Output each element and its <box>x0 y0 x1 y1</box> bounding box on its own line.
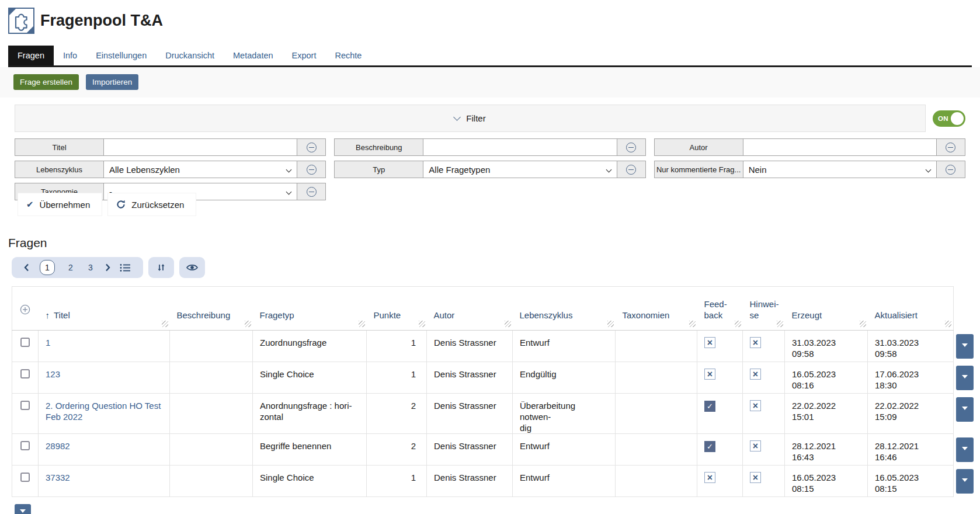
remove-filter-button[interactable] <box>937 161 965 178</box>
import-button[interactable]: Importieren <box>86 74 138 90</box>
chevron-down-icon <box>453 113 461 121</box>
tab-druckansicht[interactable]: Druckansicht <box>156 46 224 65</box>
column-resize-handle[interactable] <box>419 321 425 327</box>
hints-status-icon <box>750 440 761 452</box>
tab-info[interactable]: Info <box>54 46 86 65</box>
tab-einstellungen[interactable]: Einstellungen <box>86 46 156 65</box>
table-row: 1 Zuordnungsfrage 1 Denis Strassner Entw… <box>12 331 971 362</box>
beschreibung-filter-input[interactable] <box>423 138 617 156</box>
column-header-punkte[interactable]: Punkte <box>367 287 427 331</box>
cell-lebenszyklus: Entwurf <box>513 434 616 466</box>
column-header-fragetyp[interactable]: Fragetyp <box>253 287 367 331</box>
column-header-lebenszyklus[interactable]: Lebenszyklus <box>513 287 616 331</box>
row-checkbox[interactable] <box>20 441 30 450</box>
column-resize-handle[interactable] <box>735 321 741 327</box>
tab-export[interactable]: Export <box>283 46 326 65</box>
table-header-row: Titel Beschreibung Fragetyp Punkte Autor… <box>12 287 971 331</box>
question-link[interactable]: 37332 <box>46 473 70 482</box>
cell-taxonomien <box>616 331 697 362</box>
create-question-button[interactable]: Frage erstellen <box>13 74 79 90</box>
cell-aktualisiert: 28.12.2021 16:46 <box>868 434 954 466</box>
titel-filter-input[interactable] <box>104 138 297 156</box>
hints-status-icon <box>750 472 761 483</box>
tab-metadaten[interactable]: Metadaten <box>224 46 283 65</box>
caret-down-icon <box>962 375 968 381</box>
cell-punkte: 2 <box>367 394 427 434</box>
cell-fragetyp: Anordnungsfrage : hori- zontal <box>253 394 367 434</box>
feedback-status-icon <box>704 441 715 452</box>
bulk-actions-dropdown[interactable] <box>15 504 31 514</box>
question-link[interactable]: 2. Ordering Question HO Test Feb 2022 <box>46 401 161 422</box>
visibility-button[interactable] <box>179 257 205 278</box>
column-resize-handle[interactable] <box>689 321 696 327</box>
row-actions-dropdown[interactable] <box>956 397 974 422</box>
page-button-2[interactable]: 2 <box>61 261 81 275</box>
chevron-left-icon[interactable] <box>19 263 34 272</box>
typ-filter-select[interactable]: Alle Fragetypen <box>423 161 617 178</box>
row-checkbox[interactable] <box>20 338 30 347</box>
column-resize-handle[interactable] <box>359 321 365 327</box>
column-header-beschreibung[interactable]: Beschreibung <box>170 287 253 331</box>
column-header-hinweise[interactable]: Hinwei- se <box>743 287 785 331</box>
plus-circle-icon[interactable] <box>20 304 30 315</box>
question-link[interactable]: 1 <box>46 338 50 348</box>
filter-collapse-header[interactable]: Filter <box>15 105 926 132</box>
cell-erzeugt: 28.12.2021 16:43 <box>785 434 868 466</box>
row-checkbox[interactable] <box>20 369 30 378</box>
filter-field-label: Lebenszyklus <box>15 161 104 178</box>
kommentierte-filter-select[interactable]: Nein <box>743 161 937 178</box>
column-resize-handle[interactable] <box>607 321 614 327</box>
column-header-aktualisiert[interactable]: Aktualisiert <box>868 287 954 331</box>
hints-status-icon <box>750 400 761 411</box>
column-resize-handle[interactable] <box>162 321 168 327</box>
arrow-up-icon <box>46 310 50 320</box>
remove-filter-button[interactable] <box>937 138 965 156</box>
column-resize-handle[interactable] <box>505 321 511 327</box>
table-row: 2. Ordering Question HO Test Feb 2022 An… <box>12 394 971 434</box>
remove-filter-button[interactable] <box>617 138 646 156</box>
apply-filter-button[interactable]: ✔ Übernehmen <box>18 193 102 216</box>
sort-order-button[interactable] <box>148 257 174 278</box>
column-header-titel[interactable]: Titel <box>39 287 170 331</box>
lebenszyklus-filter-select[interactable]: Alle Lebenszyklen <box>104 161 297 178</box>
list-icon[interactable] <box>115 263 135 272</box>
column-resize-handle[interactable] <box>945 321 951 327</box>
tab-fragen[interactable]: Fragen <box>8 46 54 65</box>
remove-filter-button[interactable] <box>617 161 646 178</box>
column-header-feedback[interactable]: Feed- back <box>697 287 743 331</box>
page-button-3[interactable]: 3 <box>81 261 100 275</box>
row-checkbox[interactable] <box>20 401 30 410</box>
row-actions-dropdown[interactable] <box>956 469 974 494</box>
column-header-taxonomien[interactable]: Taxonomien <box>616 287 697 331</box>
cell-beschreibung <box>170 331 253 362</box>
row-actions-dropdown[interactable] <box>956 366 974 390</box>
reset-filter-button[interactable]: Zurücksetzen <box>107 193 196 216</box>
page-button-1[interactable]: 1 <box>40 260 55 275</box>
remove-filter-button[interactable] <box>297 161 326 178</box>
reset-label: Zurücksetzen <box>131 200 184 210</box>
column-header-autor[interactable]: Autor <box>427 287 513 331</box>
minus-circle-icon <box>626 165 636 175</box>
select-value: Alle Fragetypen <box>429 165 490 175</box>
select-value: Alle Lebenszyklen <box>109 165 180 175</box>
chevron-down-icon <box>286 167 292 173</box>
remove-filter-button[interactable] <box>297 138 326 156</box>
column-header-erzeugt[interactable]: Erzeugt <box>785 287 868 331</box>
cell-erzeugt: 22.02.2022 15:01 <box>785 394 868 434</box>
column-resize-handle[interactable] <box>860 321 866 327</box>
question-link[interactable]: 123 <box>46 369 60 379</box>
filter-field-label: Beschreibung <box>334 138 423 156</box>
row-actions-dropdown[interactable] <box>956 437 974 462</box>
row-checkbox[interactable] <box>20 473 30 482</box>
row-actions-dropdown[interactable] <box>956 334 974 359</box>
filter-on-toggle[interactable]: ON <box>933 110 965 127</box>
column-resize-handle[interactable] <box>245 321 251 327</box>
chevron-right-icon[interactable] <box>100 263 115 272</box>
column-resize-handle[interactable] <box>777 321 783 327</box>
page-header: Fragenpool T&A <box>0 0 980 34</box>
minus-circle-icon <box>307 143 317 152</box>
cell-punkte: 1 <box>367 362 427 394</box>
autor-filter-input[interactable] <box>743 138 937 156</box>
question-link[interactable]: 28982 <box>46 441 70 451</box>
tab-rechte[interactable]: Rechte <box>325 46 371 65</box>
